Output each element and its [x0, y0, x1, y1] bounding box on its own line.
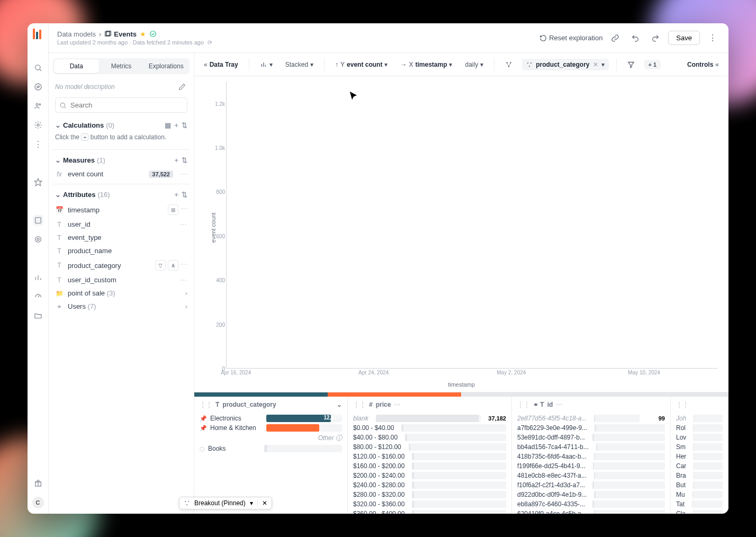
attribute-Users[interactable]: ⚭Users (7)› — [53, 300, 190, 313]
list-item[interactable]: Car — [676, 461, 723, 471]
stacked-selector[interactable]: Stacked ▾ — [282, 59, 317, 70]
undo-icon[interactable] — [628, 31, 643, 46]
sort-icon[interactable]: ⇅ — [182, 156, 187, 164]
breadcrumb-root[interactable]: Data models — [57, 30, 96, 38]
attribute-event_type[interactable]: Tevent_type — [53, 231, 190, 244]
attribute-user_id[interactable]: Tuser_id⋯ — [53, 218, 190, 231]
speed-icon[interactable] — [33, 291, 43, 302]
x-axis-selector[interactable]: → X timestamp ▾ — [397, 59, 455, 70]
list-item[interactable]: Lov — [676, 433, 723, 442]
gift-icon[interactable] — [33, 478, 43, 488]
plus-icon[interactable]: + — [174, 191, 178, 199]
users-icon[interactable] — [33, 101, 43, 111]
breakout-pill[interactable]: product_category ✕ ▾ — [522, 59, 608, 70]
plus-icon[interactable]: + — [174, 121, 178, 129]
tab-explorations[interactable]: Explorations — [143, 59, 188, 73]
more-icon[interactable]: ⋮ — [33, 139, 43, 149]
granularity-selector[interactable]: daily ▾ — [462, 59, 487, 70]
list-item[interactable]: $80.00 - $120.00 — [353, 442, 506, 452]
list-item[interactable]: 418b735c-6fd6-4aac-b... — [517, 452, 665, 461]
list-item[interactable]: $240.00 - $280.00 — [353, 480, 506, 490]
more-icon[interactable]: ⋮ — [705, 31, 720, 46]
star-toggle-icon[interactable]: ★ — [140, 30, 146, 38]
edit-icon[interactable] — [177, 82, 187, 92]
list-item[interactable]: $200.00 - $240.00 — [353, 471, 506, 480]
sort-icon[interactable]: ⇅ — [182, 121, 187, 129]
breakout-pinned-pill[interactable]: Breakout (Pinned) ▾ ✕ — [179, 497, 272, 509]
data-tray-toggle[interactable]: « Data Tray — [201, 59, 241, 70]
list-item[interactable]: Her — [676, 452, 723, 461]
star-icon[interactable] — [33, 177, 43, 187]
chart-type-selector[interactable]: ▾ — [257, 59, 276, 70]
list-item[interactable]: Tat — [676, 499, 723, 509]
list-item[interactable]: Rol — [676, 423, 723, 433]
list-item[interactable]: But — [676, 480, 723, 490]
col-product-category[interactable]: product_category — [222, 401, 276, 408]
plus-icon[interactable]: + — [174, 156, 178, 164]
attribute-product_name[interactable]: Tproduct_name — [53, 244, 190, 257]
close-icon[interactable]: ✕ — [257, 499, 267, 507]
y-axis-selector[interactable]: ↑ Y event count ▾ — [332, 59, 391, 70]
grid-icon[interactable]: ▦ — [165, 121, 171, 129]
list-item[interactable]: $160.00 - $200.00 — [353, 461, 506, 471]
search-icon[interactable] — [33, 62, 43, 73]
list-item[interactable]: bb4ad156-7ca4-4711-b... — [517, 442, 665, 452]
list-item[interactable]: 2e877d56-45f5-4c18-a...99 — [517, 414, 665, 423]
list-item[interactable]: Cla — [676, 509, 723, 514]
link-icon[interactable] — [608, 31, 623, 46]
list-item[interactable]: 481e0cb8-e8ec-437f-a... — [517, 471, 665, 480]
filter-count-badge[interactable]: + 1 — [644, 60, 661, 69]
list-item[interactable]: $280.00 - $320.00 — [353, 490, 506, 499]
compass-icon[interactable] — [33, 82, 43, 92]
list-item[interactable]: f10f6a2f-c2f1-4d3d-a7... — [517, 480, 665, 490]
list-item[interactable]: Bra — [676, 471, 723, 480]
attribute-timestamp[interactable]: 📅timestamp⊞⋯ — [53, 202, 190, 218]
folder-icon[interactable] — [33, 310, 43, 321]
list-item[interactable]: $40.00 - $80.00 — [353, 433, 506, 442]
search-input[interactable] — [55, 97, 187, 113]
sort-icon[interactable]: ⇅ — [182, 191, 187, 199]
attribute-user_id_custom[interactable]: Tuser_id_custom⋯ — [53, 273, 190, 287]
list-item[interactable]: 53e891dc-0dff-4897-b... — [517, 433, 665, 442]
list-item[interactable]: a7fb6229-3e0e-499e-9... — [517, 423, 665, 433]
calculations-header[interactable]: ⌄Calculations(0) ▦+⇅ — [53, 118, 190, 132]
category-row[interactable]: Other ⓘ — [200, 433, 342, 444]
remove-breakout-icon[interactable]: ✕ — [593, 61, 598, 68]
measure-event-count[interactable]: fxevent count 37,522⋯ — [53, 167, 190, 181]
list-item[interactable]: $0.00 - $40.00 — [353, 423, 506, 433]
filter-icon[interactable] — [624, 59, 638, 70]
list-item[interactable]: Mu — [676, 490, 723, 499]
tab-data[interactable]: Data — [54, 59, 99, 73]
list-item[interactable]: Sm — [676, 442, 723, 452]
reset-exploration-button[interactable]: Reset exploration — [539, 34, 602, 42]
col-id[interactable]: id — [547, 401, 553, 408]
attributes-header[interactable]: ⌄Attributes(16) +⇅ — [53, 187, 190, 202]
save-button[interactable]: Save — [668, 31, 700, 45]
target-icon[interactable] — [33, 234, 43, 245]
tab-metrics[interactable]: Metrics — [99, 59, 144, 73]
list-item[interactable]: 620410f0-a4ce-4c5b-a... — [517, 509, 665, 514]
list-item[interactable]: $320.00 - $360.00 — [353, 499, 506, 509]
list-item[interactable]: $120.00 - $160.00 — [353, 452, 506, 461]
layers-icon[interactable] — [33, 215, 43, 226]
redo-icon[interactable] — [648, 31, 663, 46]
list-item[interactable]: Joh — [676, 414, 723, 423]
list-item[interactable]: d922d0bc-d0f9-4e1b-9... — [517, 490, 665, 499]
refresh-icon[interactable]: ⟳ — [208, 39, 212, 46]
chart-icon[interactable] — [33, 272, 43, 283]
category-row[interactable]: ◌Books — [200, 444, 342, 453]
avatar-badge[interactable]: C — [32, 497, 44, 508]
attribute-point of sale[interactable]: 📁point of sale (3)› — [53, 287, 190, 300]
controls-toggle[interactable]: Controls « — [684, 59, 722, 70]
list-item[interactable]: eb8a897c-6460-4335-... — [517, 499, 665, 509]
list-item[interactable]: $360.00 - $400.00 — [353, 509, 506, 514]
gear-icon[interactable] — [33, 120, 43, 130]
category-row[interactable]: 📌Electronics12,677 — [200, 414, 342, 423]
measures-header[interactable]: ⌄Measures(1) +⇅ — [53, 153, 190, 167]
category-row[interactable]: 📌Home & Kitchen — [200, 423, 342, 433]
breakout-icon[interactable] — [502, 59, 516, 70]
col-price[interactable]: price — [376, 401, 391, 408]
list-item[interactable]: f199f66e-dd25-4b41-9... — [517, 461, 665, 471]
attribute-product_category[interactable]: Tproduct_category▽⋔⋯ — [53, 257, 190, 273]
list-item[interactable]: blank37,182 — [353, 414, 506, 423]
